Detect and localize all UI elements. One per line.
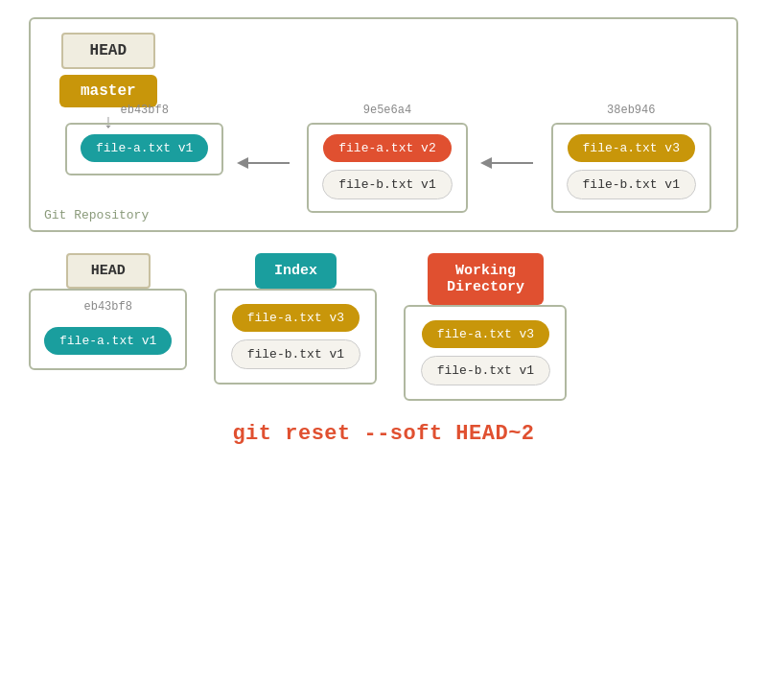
index-column: Index file-a.txt v3 file-b.txt v1 (214, 253, 377, 385)
workdir-content-box: file-a.txt v3 file-b.txt v1 (404, 305, 567, 401)
bottom-section: HEAD eb43bf8 file-a.txt v1 Index file-a.… (29, 253, 738, 401)
index-content-box: file-a.txt v3 file-b.txt v1 (214, 289, 377, 385)
file-pill-3-0: file-a.txt v3 (568, 134, 695, 162)
commit-hash-3: 38eb946 (607, 104, 655, 117)
arrow-3-to-2 (480, 152, 538, 175)
index-header: Index (255, 253, 337, 289)
git-command: git reset --soft HEAD~2 (232, 422, 534, 446)
workdir-column: Working Directory file-a.txt v3 file-b.t… (404, 253, 567, 401)
commit-hash-2: 9e5e6a4 (363, 104, 411, 117)
commit-col-3: 38eb946 file-a.txt v3 file-b.txt v1 (551, 104, 711, 213)
commit-hash-1: eb43bf8 (121, 104, 169, 117)
workdir-file-0: file-a.txt v3 (422, 320, 549, 348)
file-pill-3-1: file-b.txt v1 (567, 170, 696, 199)
file-pill-2-0: file-a.txt v2 (323, 134, 451, 162)
bottom-head-commit-box: eb43bf8 file-a.txt v1 (29, 289, 187, 370)
bottom-head-column: HEAD eb43bf8 file-a.txt v1 (29, 253, 187, 370)
bottom-head-file: file-a.txt v1 (44, 327, 172, 355)
commit-pills-1: file-a.txt v1 (65, 123, 223, 175)
arrow-2-to-1 (237, 152, 294, 175)
file-pill-2-1: file-b.txt v1 (322, 170, 452, 199)
bottom-head-box: HEAD (66, 253, 151, 289)
index-file-1: file-b.txt v1 (231, 339, 360, 369)
workdir-file-1: file-b.txt v1 (421, 356, 550, 385)
bottom-head-hash: eb43bf8 (84, 300, 132, 314)
repo-label: Git Repository (44, 208, 149, 222)
index-file-0: file-a.txt v3 (232, 304, 360, 332)
commit-pills-2: file-a.txt v2 file-b.txt v1 (307, 123, 467, 213)
commit-pills-3: file-a.txt v3 file-b.txt v1 (551, 123, 711, 213)
workdir-header: Working Directory (428, 253, 544, 305)
file-pill-1-0: file-a.txt v1 (81, 134, 208, 162)
commit-col-2: 9e5e6a4 file-a.txt v2 file-b.txt v1 (307, 104, 467, 213)
git-repository-section: HEAD master ↓ eb43bf8 file-a.txt v1 (29, 17, 738, 232)
commit-col-1: eb43bf8 file-a.txt v1 (65, 104, 223, 175)
